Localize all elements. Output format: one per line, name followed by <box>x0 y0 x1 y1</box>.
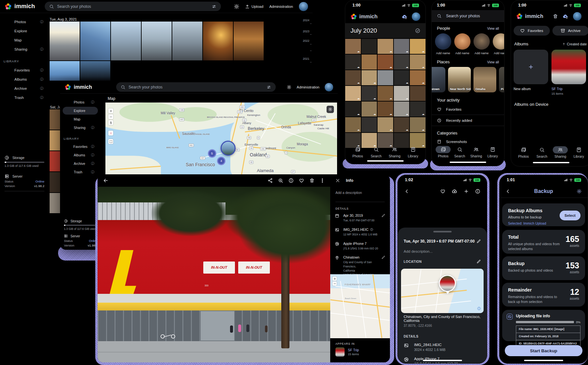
theme-toggle-icon[interactable] <box>287 85 291 89</box>
nav-item[interactable]: Library <box>404 146 423 158</box>
photo-thumbnail[interactable]: ☁ <box>394 39 410 54</box>
sidebar-item[interactable]: Explore <box>3 27 47 35</box>
upload-button[interactable]: Upload <box>245 4 263 9</box>
back-icon[interactable] <box>404 189 410 194</box>
settings-gear-icon[interactable] <box>577 189 582 194</box>
administration-link[interactable]: Administration <box>269 5 293 8</box>
search-input[interactable]: Search your photos <box>116 82 276 92</box>
favorites-button[interactable]: Favorites <box>514 26 550 36</box>
photo-thumbnail[interactable] <box>111 22 141 60</box>
photo-thumbnail[interactable]: ☁ <box>394 117 410 132</box>
search-filter-icon[interactable] <box>267 85 271 89</box>
photo-thumbnail[interactable] <box>362 39 377 54</box>
map-fullscreen-button[interactable] <box>108 139 113 144</box>
map-compass-button[interactable] <box>108 120 113 125</box>
minimap-zoom-out-button[interactable] <box>333 281 337 286</box>
map-settings-button[interactable] <box>327 106 334 113</box>
home-indicator[interactable] <box>423 360 462 361</box>
nav-item[interactable]: Photos <box>514 146 533 158</box>
home-indicator[interactable] <box>450 162 486 163</box>
sidebar-item[interactable]: Map <box>63 115 98 123</box>
sidebar-item[interactable]: Sharing ⓘ <box>3 45 47 54</box>
add-description-field[interactable]: Add description... <box>398 244 487 253</box>
photo-thumbnail[interactable]: ☁ <box>394 70 410 85</box>
select-all-icon[interactable] <box>415 28 420 33</box>
start-backup-button[interactable]: Start Backup <box>505 345 582 356</box>
map-clear-button[interactable] <box>108 131 113 135</box>
map-photo-cluster[interactable]: 5 <box>208 149 216 158</box>
avatar[interactable] <box>325 83 333 91</box>
photo-thumbnail[interactable] <box>362 55 377 70</box>
place-card[interactable]: Near North Side <box>448 67 471 92</box>
place-card[interactable]: Pi <box>499 67 504 92</box>
place-card[interactable]: Chinatown <box>431 67 445 92</box>
person-item[interactable]: Add name <box>435 33 451 55</box>
photo-thumbnail[interactable]: ☁ <box>410 39 426 54</box>
photo-thumbnail[interactable]: ☁ <box>362 102 377 117</box>
places-view-all-link[interactable]: View all <box>487 60 499 64</box>
photo-thumbnail[interactable]: ☁ <box>378 39 393 54</box>
photo-thumbnail[interactable]: ☁ <box>378 55 393 70</box>
home-indicator[interactable] <box>524 360 563 361</box>
photo-thumbnail[interactable] <box>50 172 60 192</box>
add-description-field[interactable]: Add a description <box>335 191 362 195</box>
zoom-in-icon[interactable] <box>278 178 283 183</box>
photo-thumbnail[interactable]: ☁ <box>410 70 426 85</box>
edit-location-icon[interactable] <box>381 255 385 259</box>
photo-thumbnail[interactable]: ☁ <box>362 70 377 85</box>
nav-item[interactable]: Photos <box>348 146 367 158</box>
map-attribution-icon[interactable] <box>477 307 481 310</box>
immich-logo[interactable]: immich <box>65 84 92 90</box>
photo-thumbnail[interactable] <box>50 22 80 60</box>
sidebar-item[interactable]: Favorites ⓘ <box>3 66 47 74</box>
sidebar-item[interactable]: Archive ⓘ <box>63 160 98 167</box>
upload-cloud-icon[interactable] <box>452 188 457 194</box>
map-photo-cluster[interactable]: 4 <box>217 157 225 165</box>
edit-location-icon[interactable] <box>476 259 481 264</box>
trash-icon[interactable] <box>553 14 558 19</box>
photo-thumbnail[interactable] <box>80 61 110 81</box>
edit-date-icon[interactable] <box>381 214 385 217</box>
photo-thumbnail[interactable]: ☁ <box>394 86 410 101</box>
archive-button[interactable]: Archive <box>552 26 588 36</box>
select-button[interactable]: Select <box>560 211 580 220</box>
map-zoom-out-button[interactable] <box>108 114 113 119</box>
close-icon[interactable] <box>335 178 340 183</box>
nav-item[interactable]: Sharing <box>551 146 570 158</box>
photo-thumbnail[interactable]: ☁ <box>394 55 410 70</box>
nav-item[interactable]: Sharing <box>385 146 404 158</box>
nav-item[interactable]: Sharing <box>468 146 485 158</box>
theme-toggle-icon[interactable] <box>234 4 239 9</box>
nav-item[interactable]: Photos <box>435 146 452 158</box>
info-icon[interactable] <box>288 178 294 183</box>
back-icon[interactable] <box>103 178 109 183</box>
person-item[interactable]: Add name <box>454 33 471 55</box>
sidebar-item[interactable]: Albums ⓘ <box>63 151 98 159</box>
photo-viewer[interactable]: IN-N-OUT IN-N-OUT 333 <box>98 187 330 362</box>
edit-date-icon[interactable] <box>476 239 481 244</box>
activity-item[interactable]: Recently added <box>432 115 504 126</box>
photo-thumbnail[interactable]: ☁ <box>345 117 361 132</box>
photo-thumbnail[interactable]: ☁ <box>410 55 426 70</box>
photo-thumbnail[interactable]: ☁ <box>362 86 377 101</box>
search-filter-icon[interactable] <box>212 4 216 9</box>
search-bar[interactable]: Search your photos <box>432 10 504 22</box>
nav-item[interactable]: Search <box>533 146 551 158</box>
photo-thumbnail[interactable] <box>410 86 426 101</box>
photo-thumbnail[interactable]: ☁ <box>345 86 361 101</box>
immich-logo[interactable]: immich <box>5 3 35 10</box>
photo-thumbnail[interactable] <box>50 151 60 171</box>
photo-thumbnail[interactable] <box>203 22 233 60</box>
sidebar-item[interactable]: Trash ⓘ <box>3 93 47 102</box>
nav-item[interactable]: Library <box>485 146 501 158</box>
avatar[interactable] <box>412 12 420 21</box>
photo-thumbnail[interactable] <box>142 22 172 60</box>
appears-in-album[interactable]: SF Trip 15 items <box>335 347 359 357</box>
sidebar-item[interactable]: Explore <box>63 107 98 115</box>
photo-thumbnail[interactable]: ☁ <box>378 86 393 101</box>
avatar[interactable] <box>573 12 581 21</box>
administration-link[interactable]: Administration <box>297 85 319 89</box>
home-indicator[interactable] <box>533 162 569 163</box>
favorite-icon[interactable] <box>440 189 445 194</box>
search-input[interactable]: Search your photos <box>45 2 221 11</box>
